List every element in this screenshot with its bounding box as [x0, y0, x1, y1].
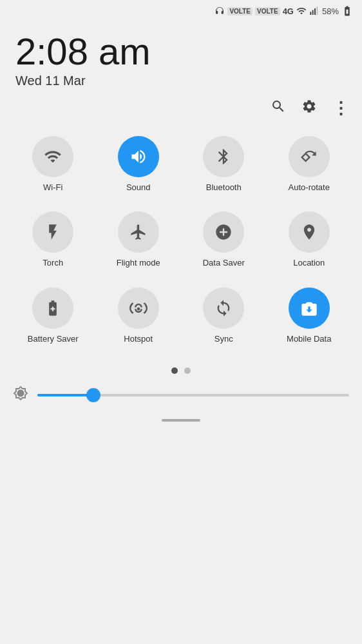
- flightmode-label: Flight mode: [117, 258, 160, 268]
- datasaver-label: Data Saver: [203, 258, 245, 268]
- brightness-slider[interactable]: [37, 394, 349, 396]
- volte2-badge: VOLTE: [255, 7, 280, 15]
- page-indicators: [0, 357, 362, 380]
- svg-rect-0: [310, 12, 311, 15]
- status-icons: VOLTE VOLTE 4G 58%: [214, 5, 353, 17]
- settings-button[interactable]: [301, 99, 317, 118]
- status-bar: VOLTE VOLTE 4G 58%: [0, 0, 362, 19]
- sync-label: Sync: [214, 334, 233, 344]
- network-type: 4G: [283, 6, 294, 16]
- svg-rect-1: [312, 10, 314, 15]
- time-section: 2:08 am Wed 11 Mar: [0, 19, 362, 93]
- location-circle: [289, 211, 330, 253]
- headphone-icon: [214, 6, 225, 16]
- tile-sync[interactable]: Sync: [181, 281, 267, 351]
- autorotate-circle: [289, 136, 330, 177]
- bluetooth-label: Bluetooth: [206, 182, 242, 193]
- tile-hotspot[interactable]: Hotspot: [96, 281, 182, 351]
- batterysaver-circle: [32, 288, 73, 329]
- home-bar: [162, 419, 200, 422]
- flightmode-circle: [118, 211, 159, 253]
- signal2-icon: [309, 6, 319, 16]
- svg-rect-3: [316, 6, 318, 15]
- tile-wifi[interactable]: Wi-Fi: [10, 130, 96, 199]
- page-dot-1[interactable]: [171, 367, 178, 374]
- sync-circle: [203, 288, 244, 329]
- action-bar: ⋮: [0, 93, 362, 123]
- tile-torch[interactable]: Torch: [10, 205, 96, 275]
- search-button[interactable]: [271, 99, 286, 118]
- torch-circle: [32, 211, 73, 253]
- hotspot-circle: [118, 288, 159, 329]
- page-dot-2[interactable]: [184, 367, 191, 374]
- sound-label: Sound: [126, 182, 151, 193]
- batterysaver-label: Battery Saver: [28, 334, 79, 344]
- tile-batterysaver[interactable]: Battery Saver: [10, 281, 96, 351]
- brightness-icon: [13, 385, 28, 405]
- wifi-label: Wi-Fi: [43, 182, 62, 193]
- torch-label: Torch: [43, 258, 63, 268]
- battery-icon: [341, 5, 353, 17]
- bluetooth-circle: [203, 136, 244, 177]
- more-button[interactable]: ⋮: [332, 100, 349, 117]
- datasaver-circle: [203, 211, 244, 253]
- tile-bluetooth[interactable]: Bluetooth: [181, 130, 267, 199]
- brightness-thumb[interactable]: [86, 388, 100, 402]
- battery-percentage: 58%: [322, 6, 339, 16]
- tiles-grid: Wi-Fi Sound Bluetooth Auto-rotate Torch …: [0, 123, 362, 357]
- tile-datasaver[interactable]: Data Saver: [181, 205, 267, 275]
- volte1-badge: VOLTE: [227, 7, 252, 15]
- tile-location[interactable]: Location: [267, 205, 352, 275]
- brightness-fill: [37, 394, 93, 396]
- tile-mobiledata[interactable]: Mobile Data: [267, 281, 352, 351]
- mobiledata-circle: [289, 288, 330, 329]
- mobiledata-label: Mobile Data: [287, 334, 331, 344]
- sound-circle: [118, 136, 159, 177]
- tile-sound[interactable]: Sound: [96, 130, 182, 199]
- current-time: 2:08 am: [15, 31, 347, 72]
- tile-autorotate[interactable]: Auto-rotate: [267, 130, 352, 199]
- home-indicator: [0, 410, 362, 427]
- tile-flightmode[interactable]: Flight mode: [96, 205, 182, 275]
- wifi-circle: [32, 136, 73, 177]
- brightness-row: [0, 380, 362, 410]
- hotspot-label: Hotspot: [124, 334, 153, 344]
- location-label: Location: [293, 258, 325, 268]
- svg-rect-2: [314, 8, 316, 15]
- autorotate-label: Auto-rotate: [289, 182, 330, 193]
- current-date: Wed 11 Mar: [15, 73, 347, 88]
- signal1-icon: [296, 6, 307, 16]
